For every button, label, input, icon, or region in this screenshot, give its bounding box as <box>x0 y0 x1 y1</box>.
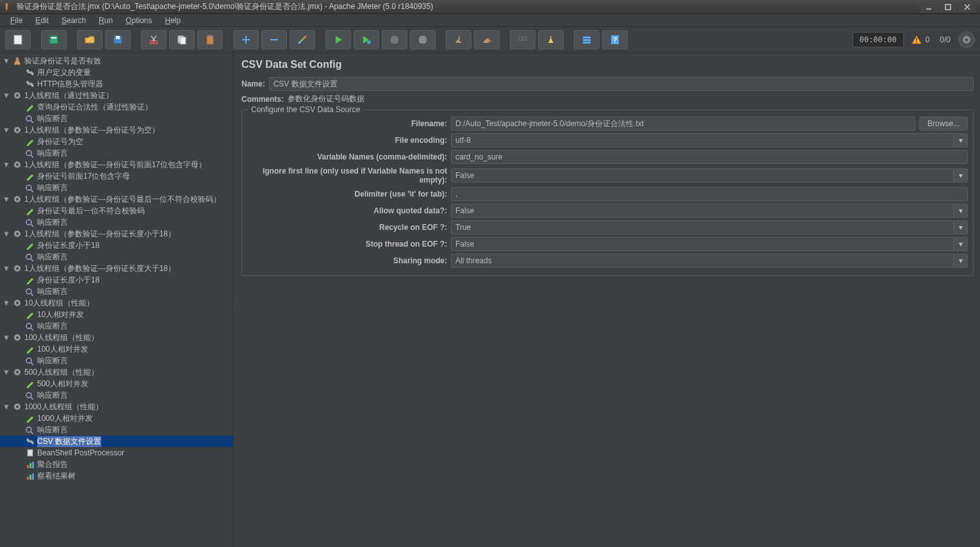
tree-node[interactable]: 响应断言 <box>0 216 233 228</box>
tree-node[interactable]: ▼验证身份证号是否有效 <box>0 55 233 67</box>
tree-node[interactable]: 1000人相对并发 <box>0 412 233 424</box>
tree-node[interactable]: 身份证长度小于18 <box>0 240 233 251</box>
tree-node[interactable]: 身份证号为空 <box>0 136 233 147</box>
menu-search[interactable]: Search <box>56 15 91 26</box>
splitter[interactable]: ⋮ <box>234 53 239 547</box>
close-button[interactable] <box>958 1 976 13</box>
tree-node[interactable]: ▼1人线程组（参数验证---身份证号最后一位不符合校验码） <box>0 193 233 205</box>
search-button[interactable] <box>510 30 535 49</box>
tree-node[interactable]: ▼10人线程组（性能） <box>0 297 233 309</box>
expand-arrow-icon[interactable]: ▼ <box>3 91 10 100</box>
tree-node[interactable]: 响应断言 <box>0 251 233 263</box>
start-button[interactable] <box>325 30 351 49</box>
tree-node[interactable]: 察看结果树 <box>0 470 233 482</box>
browse-button[interactable]: Browse... <box>919 117 968 131</box>
stop-button[interactable] <box>382 30 407 49</box>
tree-node[interactable]: 身份证长度小于18 <box>0 274 233 286</box>
shutdown-button[interactable] <box>410 30 436 49</box>
tree-node[interactable]: 身份证号最后一位不符合校验码 <box>0 205 233 216</box>
tree-node[interactable]: ▼1000人线程组（性能） <box>0 401 233 412</box>
tree-node[interactable]: 响应断言 <box>0 424 233 436</box>
tree-panel[interactable]: ▼验证身份证号是否有效用户定义的变量HTTP信息头管理器▼1人线程组（通过性验证… <box>0 53 234 547</box>
flask-icon <box>12 56 22 66</box>
tree-node[interactable]: 身份证号前面17位包含字母 <box>0 170 233 182</box>
expand-arrow-icon[interactable]: ▼ <box>3 229 10 238</box>
menu-run[interactable]: Run <box>94 15 118 26</box>
expand-arrow-icon[interactable]: ▼ <box>3 56 10 65</box>
tree-node[interactable]: 响应断言 <box>0 113 233 124</box>
minimize-button[interactable] <box>920 1 938 13</box>
ignore-select[interactable]: False <box>451 168 954 183</box>
encoding-select[interactable]: utf-8 <box>451 133 954 147</box>
chevron-down-icon[interactable]: ▾ <box>954 133 968 147</box>
cut-button[interactable] <box>141 30 167 49</box>
gear-icon[interactable] <box>958 31 975 48</box>
save-button[interactable] <box>105 30 131 49</box>
sharing-select[interactable]: All threads <box>451 254 954 268</box>
quoted-select[interactable]: False <box>451 204 954 218</box>
chevron-down-icon[interactable]: ▾ <box>954 254 968 268</box>
svg-rect-78 <box>27 465 29 468</box>
name-input[interactable] <box>269 77 974 91</box>
expand-arrow-icon[interactable]: ▼ <box>3 264 10 273</box>
maximize-button[interactable] <box>939 1 957 13</box>
expand-arrow-icon[interactable]: ▼ <box>3 368 10 377</box>
delimiter-input[interactable] <box>451 187 968 201</box>
menu-options[interactable]: Options <box>120 15 157 26</box>
tree-node[interactable]: 聚合报告 <box>0 459 233 470</box>
function-helper-button[interactable] <box>574 30 600 49</box>
tree-node[interactable]: ▼500人线程组（性能） <box>0 366 233 378</box>
templates-button[interactable] <box>41 30 67 49</box>
tree-node[interactable]: 100人相对并发 <box>0 343 233 355</box>
copy-button[interactable] <box>169 30 195 49</box>
tree-node[interactable]: 500人相对并发 <box>0 378 233 389</box>
menu-help[interactable]: Help <box>160 15 186 26</box>
clear-all-button[interactable] <box>474 30 500 49</box>
filename-input[interactable] <box>451 117 915 131</box>
collapse-button[interactable] <box>261 30 287 49</box>
tree-node[interactable]: 响应断言 <box>0 355 233 366</box>
tree-node[interactable]: HTTP信息头管理器 <box>0 78 233 90</box>
tree-node[interactable]: 响应断言 <box>0 147 233 159</box>
chevron-down-icon[interactable]: ▾ <box>954 220 968 234</box>
tree-node[interactable]: 响应断言 <box>0 389 233 401</box>
help-button[interactable]: ? <box>602 30 628 49</box>
tree-node[interactable]: 10人相对并发 <box>0 309 233 320</box>
chevron-down-icon[interactable]: ▾ <box>954 204 968 218</box>
tree-node[interactable]: 用户定义的变量 <box>0 67 233 78</box>
expand-arrow-icon[interactable]: ▼ <box>3 126 10 135</box>
tree-node[interactable]: BeanShell PostProcessor <box>0 447 233 459</box>
tree-node[interactable]: ▼100人线程组（性能） <box>0 332 233 343</box>
clear-button[interactable] <box>446 30 471 49</box>
expand-arrow-icon[interactable]: ▼ <box>3 195 10 204</box>
editor-panel: CSV Data Set Config Name: Comments: 参数化身… <box>239 53 980 547</box>
menu-file[interactable]: File <box>5 15 28 26</box>
start-no-pause-button[interactable] <box>354 30 379 49</box>
chevron-down-icon[interactable]: ▾ <box>954 237 968 251</box>
tree-node[interactable]: ▼1人线程组（参数验证---身份证号为空） <box>0 124 233 136</box>
expand-arrow-icon[interactable]: ▼ <box>3 333 10 342</box>
tree-node[interactable]: ▼1人线程组（参数验证---身份证长度大于18） <box>0 263 233 274</box>
tree-node[interactable]: 响应断言 <box>0 320 233 332</box>
expand-arrow-icon[interactable]: ▼ <box>3 298 10 307</box>
open-button[interactable] <box>77 30 102 49</box>
expand-button[interactable] <box>233 30 259 49</box>
menu-edit[interactable]: Edit <box>30 15 54 26</box>
expand-arrow-icon[interactable]: ▼ <box>3 160 10 169</box>
tree-node[interactable]: 响应断言 <box>0 182 233 193</box>
tree-node[interactable]: CSV 数据文件设置 <box>0 436 233 447</box>
recycle-select[interactable]: True <box>451 220 954 234</box>
tree-node[interactable]: ▼1人线程组（通过性验证） <box>0 90 233 101</box>
chevron-down-icon[interactable]: ▾ <box>954 168 968 183</box>
tree-node[interactable]: 响应断言 <box>0 286 233 297</box>
expand-arrow-icon[interactable]: ▼ <box>3 402 10 411</box>
stop-select[interactable]: False <box>451 237 954 251</box>
varnames-input[interactable] <box>451 150 968 164</box>
tree-node[interactable]: ▼1人线程组（参数验证---身份证长度小于18） <box>0 228 233 240</box>
paste-button[interactable] <box>197 30 223 49</box>
reset-search-button[interactable] <box>538 30 564 49</box>
new-button[interactable] <box>5 30 31 49</box>
tree-node[interactable]: ▼1人线程组（参数验证---身份证号前面17位包含字母） <box>0 159 233 170</box>
tree-node[interactable]: 查询身份证合法性（通过性验证） <box>0 101 233 113</box>
toggle-button[interactable] <box>290 30 315 49</box>
